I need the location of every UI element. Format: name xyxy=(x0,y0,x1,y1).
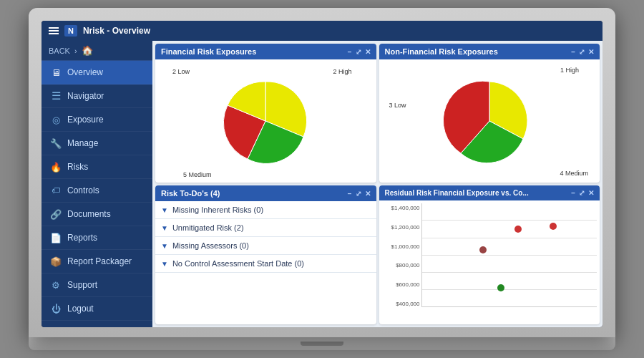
overview-icon: 🖥 xyxy=(50,67,62,78)
financial-pie-chart xyxy=(212,74,319,168)
sidebar-navigation: 🖥 Overview ☰ Navigator ◎ Expo xyxy=(42,61,152,321)
sidebar-label-risks: Risks xyxy=(67,162,88,172)
financial-risk-widget: Financial Risk Exposures − ⤢ ✕ xyxy=(155,44,376,183)
residual-risk-title: Residual Risk Financial Exposure vs. Co.… xyxy=(385,189,529,197)
exposure-icon: ◎ xyxy=(50,114,62,125)
risk-todo-widget: Risk To-Do's (4) − ⤢ ✕ ▼ Miss xyxy=(155,185,376,324)
todo-restore-btn[interactable]: ⤢ xyxy=(356,190,361,198)
y-label-0: $1,400,000 xyxy=(382,205,420,211)
risks-icon: 🔥 xyxy=(50,161,62,173)
financial-risk-header: Financial Risk Exposures − ⤢ ✕ xyxy=(155,44,376,59)
laptop-container: N Nrisk - Overview BACK › 🏠 xyxy=(14,7,630,351)
grid-line-5 xyxy=(422,289,597,290)
sidebar: BACK › 🏠 🖥 Overview ☰ xyxy=(42,41,152,327)
residual-risk-widget: Residual Risk Financial Exposure vs. Co.… xyxy=(379,185,600,324)
sidebar-item-support[interactable]: ⚙ Support xyxy=(42,274,152,297)
sidebar-back[interactable]: BACK › 🏠 xyxy=(42,41,152,61)
sidebar-label-logout: Logout xyxy=(67,304,94,314)
scatter-chart: $1,400,000 $1,200,000 $1,000,000 $800,00… xyxy=(382,203,597,321)
minimize-btn[interactable]: − xyxy=(348,48,352,56)
todo-item-1[interactable]: ▼ Unmitigated Risk (2) xyxy=(155,219,376,237)
sidebar-item-navigator[interactable]: ☰ Navigator xyxy=(42,84,152,108)
sidebar-item-documents[interactable]: 🔗 Documents xyxy=(42,203,152,226)
todo-item-3[interactable]: ▼ No Control Assessment Start Date (0) xyxy=(155,255,376,273)
risk-todo-header: Risk To-Do's (4) − ⤢ ✕ xyxy=(155,185,376,201)
financial-risk-controls: − ⤢ ✕ xyxy=(348,48,371,56)
non-financial-risk-body: 1 High 3 Low 4 Medium xyxy=(379,59,600,183)
grid-line-2 xyxy=(422,238,597,238)
grid-line-3 xyxy=(422,255,597,256)
y-label-2: $1,000,000 xyxy=(382,243,420,250)
residual-risk-body: $1,400,000 $1,200,000 $1,000,000 $800,00… xyxy=(379,200,600,324)
todo-item-2[interactable]: ▼ Missing Assessors (0) xyxy=(155,237,376,255)
chevron-down-icon-1: ▼ xyxy=(161,224,168,232)
chevron-down-icon-3: ▼ xyxy=(161,260,168,268)
home-icon[interactable]: 🏠 xyxy=(82,45,93,56)
app-title: Nrisk - Overview xyxy=(83,26,150,36)
financial-risk-title: Financial Risk Exposures xyxy=(161,47,256,56)
financial-risk-body: 2 High 2 Low 5 Medium xyxy=(155,59,376,183)
nfr-high-label: 1 High xyxy=(560,67,579,74)
laptop-base xyxy=(29,337,615,350)
sidebar-item-controls[interactable]: 🏷 Controls xyxy=(42,179,152,203)
controls-icon: 🏷 xyxy=(50,185,62,196)
todo-label-0: Missing Inherent Risks (0) xyxy=(172,205,263,214)
non-financial-risk-controls: − ⤢ ✕ xyxy=(571,48,594,56)
navigator-icon: ☰ xyxy=(50,90,62,102)
sidebar-item-manage[interactable]: 🔧 Manage xyxy=(42,132,152,155)
sidebar-item-reports[interactable]: 📄 Reports xyxy=(42,226,152,250)
rr-close-btn[interactable]: ✕ xyxy=(588,189,594,197)
nfr-medium-label: 4 Medium xyxy=(560,170,588,177)
screen: N Nrisk - Overview BACK › 🏠 xyxy=(42,21,602,327)
scatter-y-axis: $1,400,000 $1,200,000 $1,000,000 $800,00… xyxy=(382,203,421,307)
nfr-low-label: 3 Low xyxy=(389,102,406,109)
financial-low-label: 2 Low xyxy=(172,68,190,75)
report-packager-icon: 📦 xyxy=(50,256,62,267)
nfr-close-btn[interactable]: ✕ xyxy=(588,48,594,56)
sidebar-label-overview: Overview xyxy=(67,67,103,77)
nfr-restore-btn[interactable]: ⤢ xyxy=(579,48,585,56)
rr-restore-btn[interactable]: ⤢ xyxy=(579,189,585,197)
chevron-down-icon-0: ▼ xyxy=(161,206,168,214)
chevron-right-icon: › xyxy=(74,47,77,55)
documents-icon: 🔗 xyxy=(50,208,62,220)
residual-risk-header: Residual Risk Financial Exposure vs. Co.… xyxy=(379,185,600,200)
non-financial-pie-chart xyxy=(436,74,543,168)
todo-label-3: No Control Assessment Start Date (0) xyxy=(172,259,304,268)
sidebar-item-risks[interactable]: 🔥 Risks xyxy=(42,155,152,179)
chevron-down-icon-2: ▼ xyxy=(161,242,168,250)
reports-icon: 📄 xyxy=(50,232,62,243)
scatter-dot-1 xyxy=(550,223,557,230)
residual-risk-controls: − ⤢ ✕ xyxy=(571,189,594,197)
nfr-minimize-btn[interactable]: − xyxy=(571,48,575,56)
todo-close-btn[interactable]: ✕ xyxy=(365,190,371,198)
todo-item-0[interactable]: ▼ Missing Inherent Risks (0) xyxy=(155,201,376,219)
restore-btn[interactable]: ⤢ xyxy=(356,48,361,56)
non-financial-risk-header: Non-Financial Risk Exposures − ⤢ ✕ xyxy=(379,44,600,59)
support-icon: ⚙ xyxy=(50,279,62,291)
rr-minimize-btn[interactable]: − xyxy=(571,189,575,197)
sidebar-item-overview[interactable]: 🖥 Overview xyxy=(42,61,152,84)
title-bar: N Nrisk - Overview xyxy=(42,21,602,41)
logout-icon: ⏻ xyxy=(50,303,62,314)
grid-line-1 xyxy=(422,220,597,221)
sidebar-item-exposure[interactable]: ◎ Exposure xyxy=(42,108,152,132)
financial-high-label: 2 High xyxy=(333,68,351,75)
hamburger-icon[interactable] xyxy=(49,27,59,34)
todo-label-1: Unmitigated Risk (2) xyxy=(172,223,244,232)
financial-medium-label: 5 Medium xyxy=(183,171,212,178)
close-btn[interactable]: ✕ xyxy=(365,48,371,56)
grid-line-4 xyxy=(422,272,597,273)
risk-todo-body: ▼ Missing Inherent Risks (0) ▼ Unmitigat… xyxy=(155,201,376,324)
sidebar-label-support: Support xyxy=(67,280,97,290)
sidebar-label-reports: Reports xyxy=(67,233,97,243)
laptop-body: N Nrisk - Overview BACK › 🏠 xyxy=(29,8,615,337)
todo-minimize-btn[interactable]: − xyxy=(348,190,352,198)
manage-icon: 🔧 xyxy=(50,137,62,149)
app-body: BACK › 🏠 🖥 Overview ☰ xyxy=(42,41,602,327)
sidebar-label-report-packager: Report Packager xyxy=(67,256,132,266)
scatter-dot-2 xyxy=(479,246,487,253)
sidebar-item-logout[interactable]: ⏻ Logout xyxy=(42,297,152,321)
laptop-notch xyxy=(301,342,343,346)
sidebar-item-report-packager[interactable]: 📦 Report Packager xyxy=(42,250,152,274)
